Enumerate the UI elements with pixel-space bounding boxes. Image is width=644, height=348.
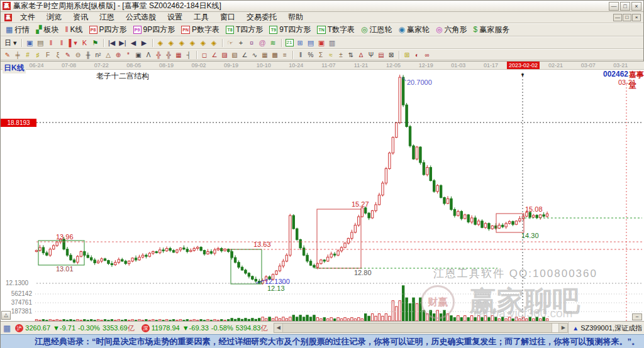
- mdi-restore-button[interactable]: □: [623, 14, 631, 21]
- toolbar-button-赢家服务[interactable]: $赢家服务: [470, 24, 513, 36]
- tool-icon[interactable]: ▥: [327, 38, 338, 48]
- tool-icon[interactable]: +: [236, 38, 247, 48]
- menu-item-浏览[interactable]: 浏览: [41, 12, 67, 23]
- tool-icon[interactable]: ∆: [356, 51, 366, 59]
- tool-icon[interactable]: ◈: [187, 38, 198, 48]
- menu-item-交易委托[interactable]: 交易委托: [241, 12, 282, 23]
- quote-grid-icon[interactable]: ▦: [3, 324, 11, 333]
- scrollbar-thumb[interactable]: [283, 324, 552, 332]
- tool-icon[interactable]: ⊕: [113, 51, 123, 59]
- tool-icon[interactable]: ▣: [25, 38, 35, 48]
- tool-icon[interactable]: ‖: [296, 51, 306, 59]
- tool-icon[interactable]: Ψ: [366, 51, 376, 59]
- tool-icon[interactable]: |◀: [106, 38, 117, 48]
- tool-icon[interactable]: ╪: [13, 51, 23, 59]
- toolbar-button-9T四方形[interactable]: T99T四方形: [266, 24, 314, 36]
- close-button[interactable]: ×: [631, 2, 641, 11]
- menu-item-文件[interactable]: 文件: [14, 12, 41, 23]
- tool-icon[interactable]: ⊖: [73, 51, 83, 59]
- tool-icon[interactable]: ◈: [209, 38, 219, 48]
- scroll-left-button[interactable]: ◀: [274, 324, 283, 332]
- menu-item-帮助[interactable]: 帮助: [282, 12, 309, 23]
- period-label[interactable]: 日K线: [3, 63, 26, 73]
- tool-icon[interactable]: ♯: [33, 51, 43, 59]
- tool-icon[interactable]: ¤: [247, 38, 257, 48]
- tool-icon[interactable]: ∠: [209, 51, 219, 59]
- tool-icon[interactable]: ≈: [326, 51, 336, 59]
- tool-icon[interactable]: ∠: [240, 51, 250, 59]
- tool-icon[interactable]: K: [79, 38, 90, 48]
- tool-icon[interactable]: ◐: [412, 51, 422, 59]
- toolbar-button-9P四方形[interactable]: P99P四方形: [130, 24, 179, 36]
- tool-icon[interactable]: ☞: [225, 38, 236, 48]
- tool-icon[interactable]: ▶: [139, 38, 150, 48]
- tool-icon[interactable]: ⊞: [402, 51, 412, 59]
- tool-icon[interactable]: ▦: [174, 51, 184, 59]
- tool-icon[interactable]: ▶|: [117, 38, 128, 48]
- tool-icon[interactable]: ≋: [268, 38, 279, 48]
- tool-icon[interactable]: ∿: [250, 51, 260, 59]
- tool-icon[interactable]: ‖: [46, 38, 57, 48]
- tool-icon[interactable]: ╫: [83, 51, 93, 59]
- toolbar-button-P四方形[interactable]: P8P四方形: [86, 24, 130, 36]
- toolbar-button-T四方形[interactable]: T8T四方形: [223, 24, 266, 36]
- tool-icon[interactable]: ⊠: [386, 51, 396, 59]
- tool-icon[interactable]: F: [43, 51, 53, 59]
- tool-icon[interactable]: ⇅: [346, 51, 356, 59]
- horizontal-scrollbar[interactable]: ◀ ▶: [274, 323, 568, 333]
- tool-icon[interactable]: @: [257, 38, 268, 48]
- tool-icon[interactable]: Λ: [143, 51, 153, 59]
- tool-icon[interactable]: ∞: [422, 51, 432, 59]
- maximize-button[interactable]: □: [620, 2, 630, 11]
- tool-icon[interactable]: △: [103, 51, 113, 59]
- tool-icon[interactable]: ✎: [63, 51, 73, 59]
- tool-icon[interactable]: ◈: [198, 38, 209, 48]
- menu-item-资讯[interactable]: 资讯: [67, 12, 94, 23]
- toolbar-button-赢家轮[interactable]: ◉赢家轮: [396, 24, 433, 36]
- tool-icon[interactable]: 21: [286, 39, 294, 46]
- tool-icon[interactable]: ▣: [316, 38, 327, 48]
- tool-icon[interactable]: ◀: [128, 38, 139, 48]
- tool-icon[interactable]: ✎: [3, 51, 13, 59]
- menu-item-公式选股[interactable]: 公式选股: [120, 12, 162, 23]
- scroll-right-button[interactable]: ▶: [558, 324, 567, 332]
- tool-icon[interactable]: ▤: [35, 38, 46, 48]
- mdi-minimize-button[interactable]: —: [613, 14, 622, 21]
- tool-icon[interactable]: ┤: [184, 51, 194, 59]
- tool-icon[interactable]: %: [306, 51, 316, 59]
- toolbar-button-江恩轮[interactable]: ◎江恩轮: [358, 24, 395, 36]
- tool-icon[interactable]: ξ: [53, 51, 63, 59]
- tool-icon[interactable]: ▩: [270, 51, 280, 59]
- tool-icon[interactable]: ≡: [280, 51, 290, 59]
- toolbar-button-行情[interactable]: ▦行情: [3, 24, 33, 36]
- toolbar-button-六角形[interactable]: ◎六角形: [433, 24, 470, 36]
- tool-icon[interactable]: ╬: [153, 51, 164, 59]
- tool-icon[interactable]: n²: [93, 51, 103, 59]
- toolbar-button-板块[interactable]: ▞板块: [33, 24, 62, 36]
- tool-icon[interactable]: ±: [336, 51, 346, 59]
- tool-icon[interactable]: #: [23, 51, 33, 59]
- menu-item-窗口[interactable]: 窗口: [214, 12, 241, 23]
- tool-icon[interactable]: ◻: [199, 51, 209, 59]
- menu-item-设置[interactable]: 设置: [162, 12, 188, 23]
- tool-icon[interactable]: ▤: [306, 38, 316, 48]
- tool-icon[interactable]: ▌▾: [67, 38, 79, 48]
- current-index-label[interactable]: ▲ SZ399001,深证成指: [569, 322, 644, 334]
- tool-icon[interactable]: ⊞: [295, 38, 306, 48]
- pane-toggle-button[interactable]: △: [1, 311, 11, 320]
- tool-icon[interactable]: ▨: [219, 51, 230, 59]
- toolbar-button-P数字表[interactable]: PNP数字表: [178, 24, 223, 36]
- tool-icon[interactable]: *: [123, 51, 133, 59]
- tool-icon[interactable]: 日 ▾: [3, 38, 19, 48]
- tool-icon[interactable]: ▤: [376, 51, 386, 59]
- tool-icon[interactable]: ◈: [177, 38, 187, 48]
- mdi-close-button[interactable]: ×: [632, 14, 641, 21]
- tool-icon[interactable]: ╬: [164, 51, 174, 59]
- toolbar-button-K线[interactable]: ‖K线: [62, 24, 86, 36]
- tool-icon[interactable]: ◈: [155, 38, 166, 48]
- tool-icon[interactable]: ⚑: [90, 38, 101, 48]
- minimize-button[interactable]: —: [609, 2, 619, 11]
- tool-icon[interactable]: ▣: [133, 51, 143, 59]
- menu-item-江恩[interactable]: 江恩: [94, 12, 120, 23]
- tool-icon[interactable]: ▦: [260, 51, 270, 59]
